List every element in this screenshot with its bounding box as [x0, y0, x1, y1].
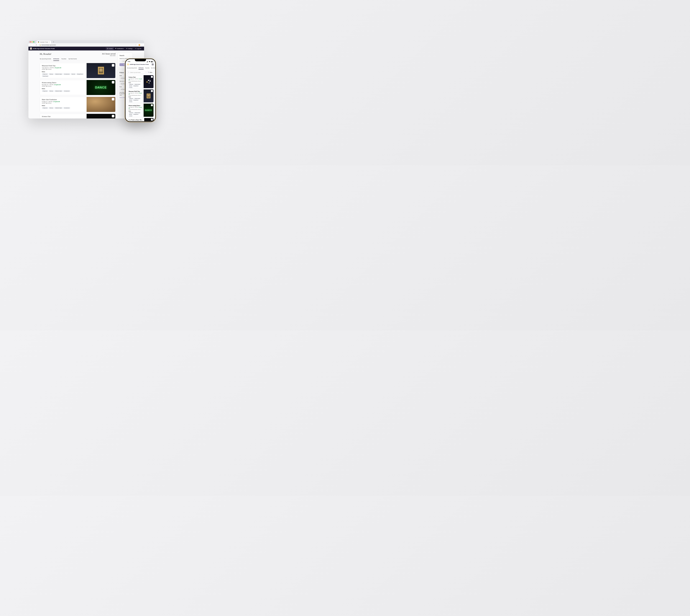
- roles-label: Roles: [129, 82, 142, 83]
- profile-avatar[interactable]: [138, 44, 140, 46]
- role-chip[interactable]: Chaperone: [42, 73, 48, 75]
- role-chip[interactable]: Design/Decor: [133, 114, 139, 115]
- role-chip[interactable]: Design/Decor: [133, 100, 139, 101]
- tab-favorites[interactable]: Favorites: [61, 58, 66, 61]
- new-tab-button[interactable]: +: [52, 41, 55, 43]
- event-card[interactable]: Homecoming DanceMon May 23 • 7:00 PM • 1…: [40, 80, 115, 95]
- menu-button[interactable]: [152, 64, 154, 65]
- svg-point-9: [128, 72, 129, 72]
- role-chip[interactable]: Security: [129, 85, 133, 87]
- tab-upcoming[interactable]: My Upcoming Events: [127, 67, 137, 70]
- role-chip[interactable]: Security: [129, 114, 133, 115]
- reload-button[interactable]: ⟳: [36, 44, 37, 46]
- nav-logout[interactable]: Log Out: [134, 47, 143, 50]
- tab-favorites[interactable]: Favorites: [145, 67, 150, 70]
- forward-button[interactable]: →: [33, 44, 35, 46]
- role-chip[interactable]: Concessions: [63, 73, 70, 75]
- roles-label: Roles: [42, 88, 85, 89]
- event-image: ♡: [87, 63, 115, 78]
- role-chip[interactable]: Design/Decor: [133, 85, 139, 87]
- role-chips: ChaperoneCleanupCafeteria helperConcessi…: [42, 73, 85, 77]
- event-title: Car Wash to Raise Mo…: [129, 119, 143, 121]
- heart-icon: ♡: [113, 82, 114, 83]
- event-school: Prairie Hills Elementary School: [129, 109, 142, 110]
- app-logo-icon: 🏫: [30, 48, 32, 49]
- favorite-button[interactable]: ♡: [151, 76, 153, 78]
- tab-past-events[interactable]: My Past E: [151, 67, 155, 70]
- bell-icon: [115, 48, 116, 49]
- roles-label: Roles: [42, 71, 85, 72]
- favorite-button[interactable]: ♡: [112, 81, 114, 84]
- role-chip[interactable]: Cafeteria helper: [54, 90, 63, 92]
- event-card[interactable]: Bake Sale FundraiserFri May 27 • 7:00 PM…: [40, 97, 115, 112]
- tab-all-events[interactable]: All Events: [53, 58, 59, 61]
- favorite-button[interactable]: ♡: [112, 98, 114, 101]
- window-controls[interactable]: [30, 41, 34, 42]
- nav-notifications[interactable]: Notifications: [114, 47, 125, 50]
- role-chip[interactable]: Chaperone: [42, 107, 48, 109]
- event-card[interactable]: Science FairRoles♡: [40, 114, 115, 118]
- url-text: www.acmehigh.org/volunteer: [42, 44, 56, 45]
- role-chip[interactable]: Security: [71, 73, 76, 75]
- back-button[interactable]: ←: [30, 44, 31, 46]
- mobile-search-row: Search by event name Filters: [126, 70, 155, 75]
- role-chip[interactable]: +3 more: [129, 101, 133, 102]
- browser-menu-icon[interactable]: ⋮: [141, 44, 143, 46]
- heart-icon: ♡: [152, 119, 152, 120]
- role-chip[interactable]: Concessions: [63, 107, 70, 109]
- role-chip[interactable]: Chaperone: [129, 84, 134, 85]
- role-chip[interactable]: Cafeteria helper: [134, 98, 141, 99]
- tab-upcoming[interactable]: My Upcoming Events: [40, 58, 51, 61]
- heart-icon: ♡: [113, 115, 114, 117]
- role-chip[interactable]: Cafeteria helper: [134, 112, 141, 113]
- role-chip[interactable]: Cafeteria helper: [134, 84, 141, 85]
- close-tab-icon[interactable]: ×: [49, 41, 50, 43]
- nav-settings[interactable]: Settings: [125, 47, 134, 50]
- role-chip[interactable]: Cafeteria helper: [54, 73, 63, 75]
- calendar-icon: [107, 48, 108, 49]
- role-chip[interactable]: Security: [129, 100, 133, 101]
- event-image: DANCE♡: [144, 104, 153, 116]
- event-card[interactable]: Car Wash to Raise Mo…Roles♡: [127, 118, 154, 122]
- role-chip[interactable]: +3 more: [129, 87, 133, 88]
- tab-past-events[interactable]: My Past Events: [68, 58, 77, 61]
- event-meta: Tues Sept 24 • 7:00 PM • 15 spots left: [129, 79, 142, 80]
- search-input[interactable]: Search by event name: [127, 71, 146, 74]
- nav-events[interactable]: Events: [106, 47, 114, 50]
- bookmark-icon[interactable]: ☆: [135, 44, 136, 46]
- event-image: ♡: [144, 89, 153, 102]
- heart-icon: ♡: [152, 105, 152, 106]
- battery-icon: [151, 61, 153, 62]
- greeting-text: Hi, Rosalía!: [40, 53, 51, 56]
- favorite-button[interactable]: ♡: [151, 90, 153, 92]
- tab-all-events[interactable]: All Events: [138, 67, 144, 70]
- role-chip[interactable]: Cafeteria helper: [54, 107, 63, 109]
- event-tabs: My Upcoming Events All Events Favorites …: [40, 58, 115, 61]
- event-card[interactable]: Homecoming DanceTues Sept 24 • 7:00 PM •…: [127, 104, 154, 117]
- role-chip[interactable]: +3 more: [129, 115, 133, 116]
- mobile-tabs: My Upcoming Events All Events Favorites …: [126, 66, 155, 70]
- event-title: Homecoming Dance: [129, 105, 142, 106]
- favorite-button[interactable]: ♡: [112, 64, 114, 67]
- address-bar[interactable]: 🔒 www.acmehigh.org/volunteer ☆: [38, 44, 137, 46]
- role-chip[interactable]: Cleanup: [49, 90, 54, 92]
- event-card[interactable]: Museum Field TripTues Sept 24 • 7:00 PM …: [127, 89, 154, 103]
- filters-button[interactable]: Filters: [147, 71, 154, 74]
- browser-tab[interactable]: Volunteer Portal ×: [37, 41, 51, 43]
- role-chip[interactable]: Chaperone: [129, 112, 134, 113]
- role-chip[interactable]: Chaperone: [42, 90, 48, 92]
- role-chip[interactable]: Concessions: [63, 90, 70, 92]
- event-card[interactable]: Science FairTues Sept 24 • 7:00 PM • 15 …: [127, 75, 154, 88]
- favorite-button[interactable]: ♡: [151, 119, 153, 120]
- role-chip[interactable]: Cleanup: [49, 73, 54, 75]
- event-meta: Mon May 23 • 7:00 PM • 15 spots left: [42, 84, 85, 85]
- event-card[interactable]: Museum Field TripTues Sept 24 • 7:00 PM …: [40, 63, 115, 78]
- role-chip[interactable]: Cleanup: [49, 107, 54, 109]
- role-chip[interactable]: Ticket Booth: [42, 75, 49, 77]
- favorite-button[interactable]: ♡: [151, 104, 153, 106]
- event-title: Science Fair: [42, 115, 85, 117]
- app-title: ACME High School Volunteer Portal: [130, 64, 151, 65]
- role-chip[interactable]: Design/Decor: [77, 73, 84, 75]
- favorite-button[interactable]: ♡: [112, 115, 114, 117]
- role-chip[interactable]: Chaperone: [129, 98, 134, 99]
